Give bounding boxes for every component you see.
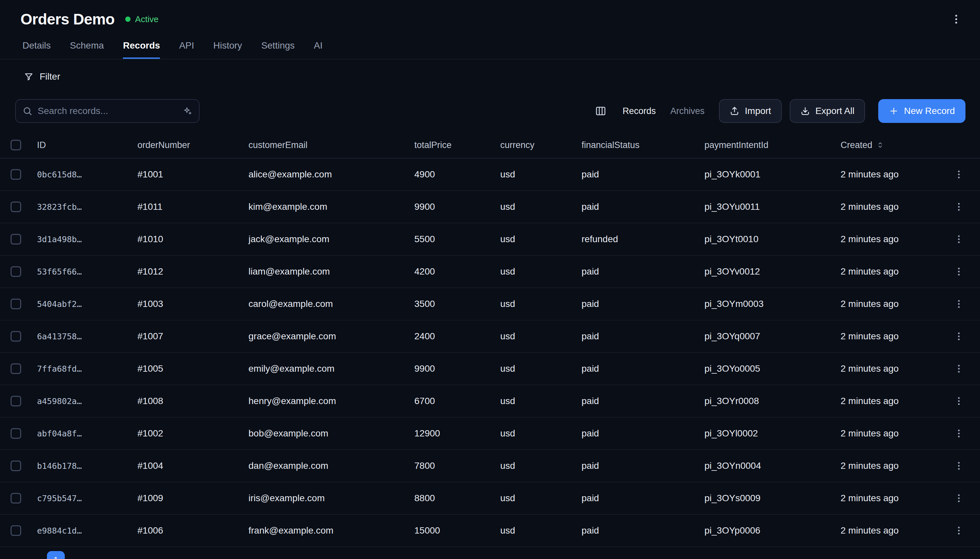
table-row[interactable]: 7ffa68fd… #1005 emily@example.com 9900 u… bbox=[0, 353, 980, 385]
row-checkbox[interactable] bbox=[11, 525, 21, 536]
row-checkbox[interactable] bbox=[11, 331, 21, 342]
tab-schema[interactable]: Schema bbox=[70, 40, 104, 59]
search-box bbox=[15, 99, 200, 123]
row-checkbox[interactable] bbox=[11, 202, 21, 212]
filter-label: Filter bbox=[40, 71, 60, 82]
table-row[interactable]: 5404abf2… #1003 carol@example.com 3500 u… bbox=[0, 288, 980, 321]
row-actions-icon[interactable] bbox=[951, 393, 967, 409]
export-all-button[interactable]: Export All bbox=[790, 99, 865, 123]
row-actions-icon[interactable] bbox=[951, 167, 967, 182]
table-row[interactable]: e9884c1d… #1006 frank@example.com 15000 … bbox=[0, 515, 980, 547]
search-input[interactable] bbox=[38, 106, 177, 116]
column-header-orderNumber[interactable]: orderNumber bbox=[132, 140, 243, 150]
cell-orderNumber: #1006 bbox=[132, 525, 243, 536]
row-actions-icon[interactable] bbox=[951, 458, 967, 474]
cell-financialStatus: paid bbox=[576, 331, 699, 342]
table-row[interactable]: 0bc615d8… #1001 alice@example.com 4900 u… bbox=[0, 159, 980, 191]
row-actions-icon[interactable] bbox=[951, 490, 967, 506]
row-checkbox[interactable] bbox=[11, 169, 21, 180]
column-header-financialStatus[interactable]: financialStatus bbox=[576, 140, 699, 150]
row-checkbox[interactable] bbox=[11, 461, 21, 471]
cell-orderNumber: #1003 bbox=[132, 299, 243, 309]
tab-details[interactable]: Details bbox=[23, 40, 51, 59]
row-actions-icon[interactable] bbox=[951, 296, 967, 312]
row-checkbox[interactable] bbox=[11, 266, 21, 277]
column-header-customerEmail[interactable]: customerEmail bbox=[243, 140, 409, 150]
page-menu-icon[interactable] bbox=[947, 10, 965, 28]
row-checkbox[interactable] bbox=[11, 364, 21, 374]
new-record-button[interactable]: New Record bbox=[878, 99, 965, 123]
cell-currency: usd bbox=[495, 299, 576, 309]
row-actions-icon[interactable] bbox=[951, 231, 967, 247]
cell-created: 2 minutes ago bbox=[835, 299, 941, 309]
table-row[interactable]: b146b178… #1004 dan@example.com 7800 usd… bbox=[0, 450, 980, 482]
view-archives-button[interactable]: Archives bbox=[670, 106, 705, 116]
sparkle-icon[interactable] bbox=[182, 106, 192, 116]
cell-id: 3d1a498b… bbox=[32, 235, 132, 244]
table-row[interactable]: a459802a… #1008 henry@example.com 6700 u… bbox=[0, 385, 980, 418]
tab-records[interactable]: Records bbox=[123, 40, 160, 59]
column-header-currency[interactable]: currency bbox=[495, 140, 576, 150]
column-header-totalPrice[interactable]: totalPrice bbox=[409, 140, 495, 150]
row-actions-icon[interactable] bbox=[951, 523, 967, 539]
cell-financialStatus: paid bbox=[576, 428, 699, 439]
row-actions-icon[interactable] bbox=[951, 328, 967, 344]
view-records-button[interactable]: Records bbox=[623, 106, 656, 116]
row-actions-icon[interactable] bbox=[951, 425, 967, 442]
cell-paymentIntentId: pi_3OYo0005 bbox=[699, 364, 835, 374]
page-title: Orders Demo bbox=[20, 10, 115, 28]
table-header-row: ID orderNumber customerEmail totalPrice … bbox=[0, 132, 980, 159]
cell-paymentIntentId: pi_3OYt0010 bbox=[699, 234, 835, 245]
cell-paymentIntentId: pi_3OYm0003 bbox=[699, 299, 835, 309]
cell-financialStatus: paid bbox=[576, 202, 699, 212]
tab-history[interactable]: History bbox=[213, 40, 242, 59]
row-actions-icon[interactable] bbox=[951, 199, 967, 215]
table-row[interactable]: 32823fcb… #1011 kim@example.com 9900 usd… bbox=[0, 191, 980, 223]
columns-icon[interactable] bbox=[591, 101, 611, 121]
tab-ai[interactable]: AI bbox=[314, 40, 322, 59]
table-row[interactable]: c795b547… #1009 iris@example.com 8800 us… bbox=[0, 482, 980, 515]
row-checkbox[interactable] bbox=[11, 299, 21, 309]
row-actions-icon[interactable] bbox=[951, 361, 967, 377]
cell-created: 2 minutes ago bbox=[835, 266, 941, 277]
column-header-paymentIntentId[interactable]: paymentIntentId bbox=[699, 140, 835, 150]
import-button[interactable]: Import bbox=[719, 99, 782, 123]
column-header-created[interactable]: Created bbox=[835, 140, 941, 150]
cell-customerEmail: alice@example.com bbox=[243, 169, 409, 180]
cell-totalPrice: 3500 bbox=[409, 299, 495, 309]
table-row[interactable]: 6a413758… #1007 grace@example.com 2400 u… bbox=[0, 321, 980, 353]
filter-button[interactable]: Filter bbox=[24, 71, 60, 82]
row-checkbox[interactable] bbox=[11, 234, 21, 245]
table-row[interactable]: 3d1a498b… #1010 jack@example.com 5500 us… bbox=[0, 223, 980, 256]
cell-id: 6a413758… bbox=[32, 332, 132, 341]
table-row[interactable]: abf04a8f… #1002 bob@example.com 12900 us… bbox=[0, 418, 980, 450]
tab-api[interactable]: API bbox=[179, 40, 194, 59]
column-header-id[interactable]: ID bbox=[32, 140, 132, 150]
row-actions-icon[interactable] bbox=[951, 264, 967, 280]
row-checkbox[interactable] bbox=[11, 428, 21, 439]
cell-paymentIntentId: pi_3OYs0009 bbox=[699, 493, 835, 503]
cell-totalPrice: 8800 bbox=[409, 493, 495, 503]
export-all-label: Export All bbox=[815, 106, 854, 116]
row-checkbox[interactable] bbox=[11, 396, 21, 406]
cell-orderNumber: #1007 bbox=[132, 331, 243, 342]
cell-id: abf04a8f… bbox=[32, 429, 132, 438]
cell-customerEmail: henry@example.com bbox=[243, 396, 409, 406]
title-row: Orders Demo Active bbox=[0, 9, 980, 29]
table-row[interactable]: 53f65f66… #1012 liam@example.com 4200 us… bbox=[0, 256, 980, 288]
cell-totalPrice: 4900 bbox=[409, 169, 495, 180]
sort-icon bbox=[876, 141, 884, 149]
cell-id: 53f65f66… bbox=[32, 267, 132, 276]
tab-settings[interactable]: Settings bbox=[261, 40, 295, 59]
cell-id: a459802a… bbox=[32, 397, 132, 406]
status-label: Active bbox=[135, 14, 159, 25]
select-all-checkbox[interactable] bbox=[11, 140, 21, 150]
cell-id: 32823fcb… bbox=[32, 202, 132, 212]
cell-paymentIntentId: pi_3OYu0011 bbox=[699, 202, 835, 212]
cell-currency: usd bbox=[495, 202, 576, 212]
row-checkbox[interactable] bbox=[11, 493, 21, 503]
page-1-button[interactable]: 1 bbox=[47, 551, 65, 559]
cell-customerEmail: dan@example.com bbox=[243, 461, 409, 471]
cell-paymentIntentId: pi_3OYr0008 bbox=[699, 396, 835, 406]
cell-created: 2 minutes ago bbox=[835, 428, 941, 439]
